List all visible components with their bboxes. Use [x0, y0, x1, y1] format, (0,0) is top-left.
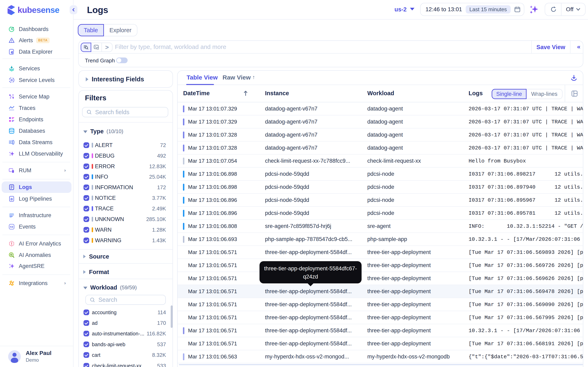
svg-text:K8: K8 [10, 225, 13, 228]
